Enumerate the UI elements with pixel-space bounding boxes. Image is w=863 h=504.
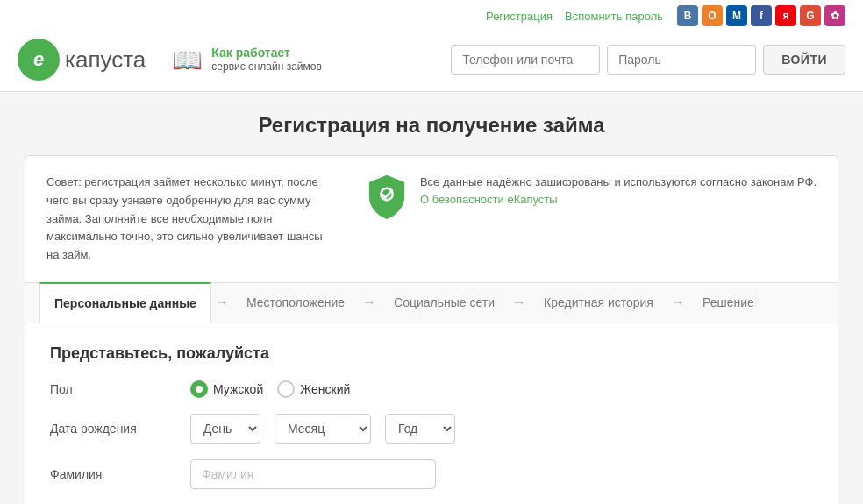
gender-female-option[interactable]: Женский	[277, 380, 350, 398]
shield-icon	[364, 174, 410, 219]
tab-location[interactable]: Местоположение	[232, 283, 359, 322]
tab-credit-history[interactable]: Кредитная история	[530, 283, 667, 322]
arrow-2: →	[359, 295, 380, 310]
gender-male-option[interactable]: Мужской	[190, 380, 263, 398]
surname-label: Фамилия	[50, 467, 173, 481]
tab-personal-data[interactable]: Персональные данные	[39, 282, 211, 323]
login-area: ВОЙТИ	[451, 45, 845, 75]
logo-text: капуста	[65, 46, 146, 74]
how-it-works-text: Как работает сервис онлайн займов	[211, 45, 322, 75]
logo-circle: е	[18, 39, 60, 81]
dob-year-select[interactable]: Год	[385, 414, 455, 444]
form-subtitle: Представьтесь, пожалуйста	[50, 344, 813, 363]
tab-decision[interactable]: Решение	[688, 283, 768, 322]
fb-icon[interactable]: f	[751, 5, 772, 26]
surname-input[interactable]	[190, 459, 436, 489]
book-icon: 📖	[172, 46, 203, 75]
mail-icon[interactable]: М	[726, 5, 747, 26]
logo[interactable]: е капуста	[18, 39, 146, 81]
social-icons: В О М f я G ✿	[677, 5, 845, 26]
steps-tabs: Персональные данные → Местоположение → С…	[25, 283, 838, 323]
gender-male-label: Мужской	[213, 382, 263, 396]
ig-icon[interactable]: ✿	[824, 5, 845, 26]
tab-social-networks[interactable]: Социальные сети	[380, 283, 509, 322]
dob-row: Дата рождения День Месяц Год	[50, 414, 813, 444]
register-link[interactable]: Регистрация	[486, 10, 553, 23]
tip-text: Совет: регистрация займет несколько мину…	[46, 174, 338, 265]
dob-label: Дата рождения	[50, 422, 173, 436]
password-input[interactable]	[607, 45, 756, 75]
dob-controls: День Месяц Год	[190, 414, 455, 444]
security-block: Все данные надёжно зашифрованы и использ…	[364, 174, 817, 219]
dob-day-select[interactable]: День	[190, 414, 260, 444]
main-card: Совет: регистрация займет несколько мину…	[25, 155, 838, 504]
login-button[interactable]: ВОЙТИ	[763, 45, 845, 75]
page-title: Регистрация на получение займа	[25, 113, 838, 138]
how-it-works-link[interactable]: 📖 Как работает сервис онлайн займов	[172, 45, 322, 75]
gender-label: Пол	[50, 382, 173, 396]
arrow-1: →	[211, 295, 232, 310]
surname-row: Фамилия	[50, 459, 813, 489]
ok-icon[interactable]: О	[702, 5, 723, 26]
security-text: Все данные надёжно зашифрованы и использ…	[420, 174, 817, 208]
gender-controls: Мужской Женский	[190, 380, 350, 398]
arrow-4: →	[667, 295, 688, 310]
g-icon[interactable]: G	[800, 5, 821, 26]
phone-input[interactable]	[451, 45, 600, 75]
gender-female-label: Женский	[300, 382, 350, 396]
arrow-3: →	[509, 295, 530, 310]
gender-male-radio[interactable]	[190, 380, 208, 398]
tip-section: Совет: регистрация займет несколько мину…	[25, 156, 838, 283]
vk-icon[interactable]: В	[677, 5, 698, 26]
header: Регистрация Вспомнить пароль В О М f я G…	[0, 0, 863, 92]
ya-icon[interactable]: я	[775, 5, 796, 26]
page-content: Регистрация на получение займа Совет: ре…	[11, 92, 852, 504]
gender-female-radio[interactable]	[277, 380, 295, 398]
dob-month-select[interactable]: Месяц	[275, 414, 371, 444]
gender-row: Пол Мужской Женский	[50, 380, 813, 398]
form-section: Представьтесь, пожалуйста Пол Мужской Же…	[25, 323, 838, 504]
forgot-password-link[interactable]: Вспомнить пароль	[565, 10, 663, 23]
security-link[interactable]: О безопасности еКапусты	[420, 193, 558, 206]
